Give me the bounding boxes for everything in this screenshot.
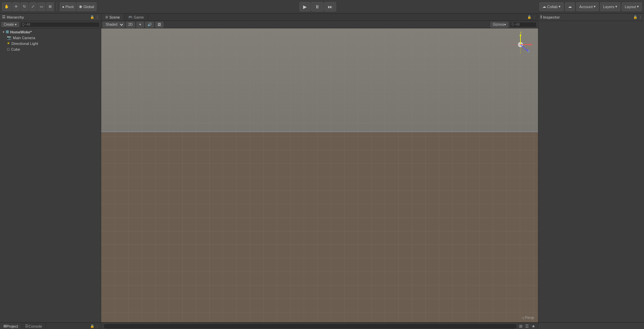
cloud-upload-btn[interactable]: ☁ bbox=[565, 2, 575, 11]
transform-icon: ⊞ bbox=[49, 4, 52, 9]
lighting-btn[interactable]: ✦ bbox=[136, 22, 144, 28]
step-btn[interactable]: ⏭ bbox=[324, 2, 336, 11]
hierarchy-header: ☰ Hierarchy 🔒 ⋮ bbox=[0, 14, 101, 21]
pivot-label: Pivot bbox=[65, 5, 74, 9]
svg-text:Z: Z bbox=[528, 50, 530, 53]
asset-favorite-btn[interactable]: ★ bbox=[531, 323, 536, 329]
project-more-icon[interactable]: ⋮ bbox=[96, 324, 99, 328]
shading-select[interactable]: Shaded bbox=[103, 22, 125, 28]
audio-btn[interactable]: 🔊 bbox=[145, 22, 154, 28]
collab-label: Collab bbox=[547, 5, 558, 9]
hierarchy-toolbar: Create ▾ bbox=[0, 21, 101, 28]
hierarchy-more-icon[interactable]: ⋮ bbox=[96, 15, 99, 19]
cloud-icon: ☁ bbox=[542, 4, 546, 9]
gizmos-label: Gizmos bbox=[493, 23, 504, 26]
cube-label: Cube bbox=[11, 47, 20, 51]
hand-tool-btn[interactable]: ✋ bbox=[2, 2, 11, 11]
separator-1 bbox=[57, 3, 57, 11]
gizmos-btn[interactable]: Gizmos ▾ bbox=[490, 22, 508, 28]
inspector-title: Inspector bbox=[543, 15, 560, 19]
play-btn[interactable]: ▶ bbox=[299, 2, 311, 11]
scene-lock-icon[interactable]: 🔒 bbox=[527, 15, 531, 19]
tab-console[interactable]: ☰ Console bbox=[22, 323, 46, 329]
transform-tool-btn[interactable]: ⊞ bbox=[46, 2, 54, 11]
center-area: ⊞ Scene 🎮 Game 🔒 ⋮ Shaded 2D ✦ � bbox=[101, 14, 538, 322]
lighting-icon: ✦ bbox=[139, 23, 141, 26]
hierarchy-lock-icon[interactable]: 🔒 bbox=[90, 15, 94, 19]
2d-label: 2D bbox=[128, 23, 133, 26]
scene-tab-label: Scene bbox=[109, 15, 120, 19]
collab-btn[interactable]: ☁ Collab ▾ bbox=[539, 2, 564, 11]
scene-node-icon: ⊞ bbox=[6, 30, 9, 34]
hierarchy-tree: ▾ ⊞ HomeWoke* 📷 Main Camera ☀ Directiona… bbox=[0, 28, 101, 322]
image-effects-btn[interactable]: 🖼 bbox=[155, 22, 163, 28]
layers-btn[interactable]: Layers ▾ bbox=[600, 2, 620, 11]
transform-tools: ✋ ✛ ↻ ⤢ ▭ ⊞ bbox=[2, 2, 54, 11]
console-tab-icon: ☰ bbox=[25, 324, 28, 328]
hierarchy-search-input[interactable] bbox=[20, 22, 100, 27]
global-btn[interactable]: ◉ Global bbox=[77, 2, 97, 11]
inspector-panel: ℹ Inspector 🔒 ⋮ bbox=[538, 14, 644, 322]
layers-label: Layers bbox=[603, 5, 614, 9]
svg-text:Y: Y bbox=[520, 31, 522, 34]
cube-item[interactable]: ◻ Cube bbox=[0, 46, 101, 52]
scene-root-label: HomeWoke* bbox=[10, 30, 32, 34]
game-tab-icon: 🎮 bbox=[128, 15, 132, 19]
asset-search-input[interactable] bbox=[103, 324, 517, 329]
scale-tool-btn[interactable]: ⤢ bbox=[29, 2, 37, 11]
tab-project[interactable]: ⊞ Project bbox=[0, 323, 22, 329]
project-tabs: ⊞ Project ☰ Console 🔒 ⋮ bbox=[0, 323, 101, 329]
tab-scene[interactable]: ⊞ Scene bbox=[101, 14, 124, 21]
scene-toolbar: Shaded 2D ✦ 🔊 🖼 Gizmos ▾ bbox=[101, 21, 538, 28]
asset-view-btn-1[interactable]: ⊞ bbox=[518, 323, 523, 329]
rotate-tool-btn[interactable]: ↻ bbox=[21, 2, 28, 11]
rect-icon: ▭ bbox=[40, 4, 43, 9]
inspector-bottom-panel bbox=[538, 323, 644, 329]
main-camera-item[interactable]: 📷 Main Camera bbox=[0, 35, 101, 41]
step-icon: ⏭ bbox=[328, 4, 332, 9]
scale-icon: ⤢ bbox=[31, 4, 34, 9]
global-icon: ◉ bbox=[79, 4, 82, 9]
inspector-header-icons: 🔒 ⋮ bbox=[633, 15, 642, 19]
gizmos-arrow: ▾ bbox=[504, 23, 506, 26]
2d-btn[interactable]: 2D bbox=[126, 22, 135, 28]
scene-gizmo-widget[interactable]: X Y Z bbox=[507, 31, 534, 58]
toolbar-right: ☁ Collab ▾ ☁ Account ▾ Layers ▾ Layout ▾ bbox=[539, 2, 642, 11]
pivot-btn[interactable]: ● Pivot bbox=[60, 2, 76, 11]
account-label: Account bbox=[579, 5, 593, 9]
move-icon: ✛ bbox=[15, 4, 18, 9]
project-lock-icon[interactable]: 🔒 bbox=[90, 324, 94, 328]
pause-btn[interactable]: ⏸ bbox=[311, 2, 323, 11]
audio-icon: 🔊 bbox=[147, 23, 152, 26]
asset-view-btn-2[interactable]: ☰ bbox=[525, 323, 530, 329]
scene-view[interactable]: X Y Z ◁ Persp bbox=[101, 28, 538, 322]
scene-search-input[interactable] bbox=[510, 22, 537, 27]
svg-line-5 bbox=[520, 45, 527, 51]
rotate-icon: ↻ bbox=[23, 4, 26, 9]
image-effects-icon: 🖼 bbox=[158, 23, 161, 26]
camera-icon: 📷 bbox=[7, 35, 11, 40]
directional-light-item[interactable]: ☀ Directional Light bbox=[0, 41, 101, 46]
light-icon: ☀ bbox=[7, 41, 10, 46]
hierarchy-panel: ☰ Hierarchy 🔒 ⋮ Create ▾ ▾ ⊞ HomeWoke* bbox=[0, 14, 101, 322]
pivot-dot-icon: ● bbox=[62, 5, 64, 9]
scene-game-tabs: ⊞ Scene 🎮 Game 🔒 ⋮ bbox=[101, 14, 538, 21]
play-icon: ▶ bbox=[303, 4, 307, 9]
top-toolbar: ✋ ✛ ↻ ⤢ ▭ ⊞ ● Pivot ◉ Global ▶ bbox=[0, 0, 644, 14]
inspector-more-icon[interactable]: ⋮ bbox=[639, 15, 642, 19]
scene-more-icon[interactable]: ⋮ bbox=[533, 15, 536, 19]
game-tab-label: Game bbox=[134, 15, 144, 19]
layout-btn[interactable]: Layout ▾ bbox=[622, 2, 642, 11]
bottom-area: ⊞ Project ☰ Console 🔒 ⋮ Create ▾ ▾ ★ bbox=[0, 322, 644, 329]
inspector-lock-icon[interactable]: 🔒 bbox=[633, 15, 637, 19]
move-tool-btn[interactable]: ✛ bbox=[12, 2, 20, 11]
svg-text:X: X bbox=[531, 43, 533, 46]
project-tab-icon: ⊞ bbox=[3, 324, 6, 328]
tab-game[interactable]: 🎮 Game bbox=[124, 14, 148, 21]
hierarchy-header-left: ☰ Hierarchy bbox=[2, 15, 24, 19]
hierarchy-create-btn[interactable]: Create ▾ bbox=[1, 22, 19, 27]
account-btn[interactable]: Account ▾ bbox=[576, 2, 599, 11]
scene-root-item[interactable]: ▾ ⊞ HomeWoke* bbox=[0, 29, 101, 35]
gizmo-axes-svg: X Y Z bbox=[507, 31, 534, 58]
rect-tool-btn[interactable]: ▭ bbox=[37, 2, 46, 11]
